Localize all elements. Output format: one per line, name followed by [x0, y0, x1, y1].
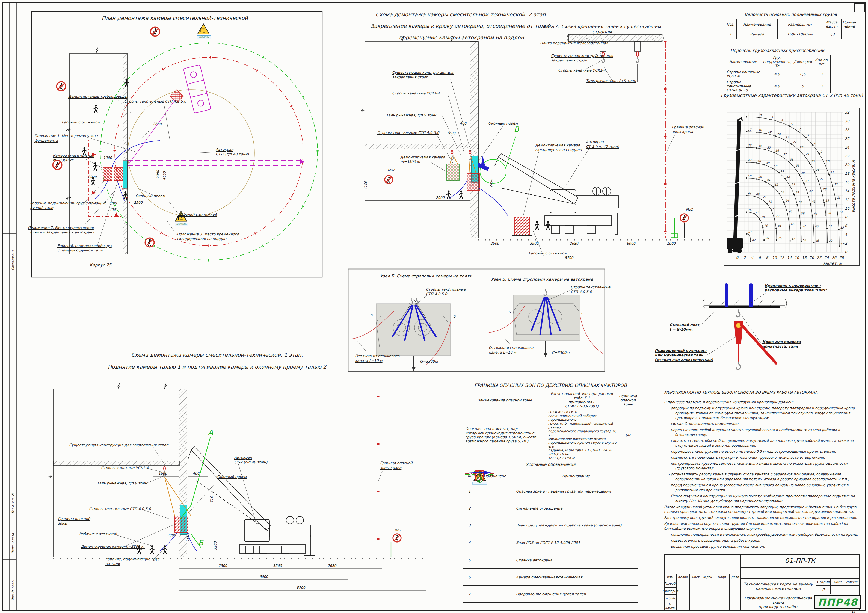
svg-text:28: 28: [823, 188, 827, 191]
svg-text:12: 12: [834, 183, 838, 186]
svg-text:57: 57: [802, 225, 806, 227]
warn-plate-text: ОСТОРОЖНО! РАБОТАЕТ КРАН: [197, 36, 211, 39]
stamp-col: Колич.: [677, 574, 690, 580]
dim: 2880: [153, 122, 162, 126]
svg-text:78: 78: [761, 216, 765, 219]
safety-item: останавливать работу крана в случаях схо…: [664, 472, 859, 482]
table-row: Поз. Наименование Размеры, мм Масса ед.,…: [724, 19, 857, 29]
legend-symbol-noped: [476, 517, 514, 534]
svg-text:74: 74: [777, 225, 781, 228]
dim: 1000: [185, 533, 189, 542]
uzelA-tal: Таль рычажная, г/п 9 тонн: [586, 79, 636, 83]
svg-text:52: 52: [786, 175, 790, 178]
s1-boundR: Граница опасной зоны крана: [380, 461, 412, 470]
cell: Знак РОЗ по ГОСТ Р 12.4.026-2001: [514, 534, 638, 552]
uzelA-plate: Плита перекрытия железобетонная: [540, 41, 608, 46]
svg-text:18: 18: [845, 171, 850, 175]
svg-text:4: 4: [845, 233, 847, 237]
cell: 5: [792, 79, 813, 93]
svg-text:71: 71: [768, 200, 772, 203]
dim: 5200: [213, 542, 217, 550]
svg-text:0: 0: [845, 250, 848, 254]
safety-intro: В процессе подъема и перемещения констру…: [664, 400, 859, 405]
schema1-title1: Схема демонтажа камеры смесительной-техн…: [109, 352, 325, 358]
legend-symbol-arrow: [476, 586, 514, 603]
table-row: 1 Камера 1500х1000мм 3,3: [724, 29, 857, 39]
stamp-row: Гл.спец.: [664, 595, 677, 602]
svg-text:76: 76: [748, 209, 752, 212]
svg-text:12: 12: [780, 256, 784, 260]
label-window: Оконный проем: [135, 194, 165, 199]
ppr48-logo: ППР48: [814, 595, 862, 610]
cell: 6м: [618, 409, 638, 461]
label-boundary2: Граница опасной зоны крана: [672, 125, 704, 134]
svg-text:82: 82: [752, 238, 755, 241]
safety-title: МЕРОПРИЯТИЯ ПО ТЕХНИКЕ БЕЗОПАСНОСТИ ВО В…: [664, 390, 859, 396]
table-row: 4 Знак РОЗ по ГОСТ Р 12.4.026-2001: [463, 534, 639, 552]
label-pos2: Положение 2. Место перемещения талями и …: [28, 225, 94, 234]
svg-text:26: 26: [816, 168, 820, 171]
legend-symbol-warn: [476, 534, 514, 552]
uzelA-title: Узел А. Схема крепления талей к существу…: [541, 24, 663, 34]
svg-text:16: 16: [795, 256, 800, 260]
schema2-drawing: [360, 36, 710, 260]
svg-text:28: 28: [839, 256, 844, 260]
svg-text:55: 55: [799, 201, 802, 204]
s1-wlift: Рабочие, поднимающие груз на тали: [105, 557, 160, 566]
svg-text:2: 2: [760, 114, 762, 117]
hilti-hoist: Подвешенный полиспаст или механическая т…: [655, 348, 713, 362]
side-label-agreed: Согласовано: [11, 240, 15, 270]
uzelB-g: G=3300кг: [420, 359, 439, 364]
svg-text:45: 45: [815, 225, 818, 228]
label-tal: Таль рычажная, г/п 9 тонн: [386, 113, 436, 118]
cell: Стропы канатные УСК1-4: [724, 69, 762, 79]
svg-text:30: 30: [845, 119, 850, 123]
uzelB-title: Узел Б. Схема строповки камеры на талях: [358, 273, 494, 278]
dim: 2000: [436, 196, 445, 200]
danger-title: ГРАНИЦЫ ОПАСНЫХ ЗОН ПО ДЕЙСТВИЮ ОПАСНЫХ …: [463, 380, 639, 391]
hilti-hook: Крюк для подвеса полиспаста, тали: [762, 340, 801, 349]
svg-text:6: 6: [845, 224, 848, 228]
safety-item2: недостаточного освещения места работы кр…: [664, 538, 859, 543]
svg-text:46: 46: [815, 239, 819, 242]
svg-text:51: 51: [780, 169, 784, 172]
legend-symbol-fence: [476, 500, 514, 517]
label-worker-guy-s2: Рабочий с оттяжкой: [529, 251, 567, 256]
stamp-grid: [677, 580, 690, 610]
stamp-doc-title: Технологическая карта на замену камеры с…: [741, 578, 816, 594]
svg-text:8: 8: [814, 141, 816, 144]
svg-text:14: 14: [839, 211, 843, 214]
cell: L03= a\2+b+x, м где a -наименьший габари…: [546, 409, 618, 461]
svg-text:80: 80: [765, 236, 769, 239]
svg-text:10: 10: [845, 206, 850, 211]
svg-text:22: 22: [845, 154, 849, 158]
side-label-podp: Подп. и дата: [11, 524, 15, 554]
uzelV-g: G=3300кг: [552, 351, 570, 355]
svg-text:56: 56: [801, 212, 804, 215]
dim: 1000: [103, 156, 112, 160]
dim: 4000: [163, 171, 167, 180]
stamp-h-list: Лист: [831, 578, 845, 585]
cell: Стропы текстильные СТП-4.0-5.0: [724, 79, 762, 93]
svg-text:44: 44: [814, 212, 817, 215]
safety-item2: внезапная просадки грунта основания под …: [664, 544, 859, 549]
svg-text:6: 6: [758, 256, 761, 260]
label-worker-hoist2: Рабочий, поднимающий груз с помощью ручн…: [57, 244, 112, 253]
svg-text:высота подъема крюка, м: высота подъема крюка, м: [851, 160, 856, 213]
svg-text:79: 79: [764, 224, 768, 227]
svg-text:37: 37: [783, 153, 787, 156]
dim: 2490: [489, 179, 493, 188]
svg-text:18: 18: [758, 129, 762, 132]
hilti-sheet: Стальной лист t = 8-10мм.: [670, 323, 699, 332]
label-usk: Стропы канатные УСК1-4: [392, 91, 440, 96]
uzelB-guy: Оттяжка из пенькового каната L=10 м: [355, 354, 400, 363]
svg-text:24: 24: [824, 256, 829, 260]
s1-window: Оконный проем: [217, 475, 246, 479]
s1-tal: Таль рычажная, г/п 9 тонн: [97, 481, 147, 486]
svg-text:13: 13: [837, 196, 840, 199]
cell: 0,5: [792, 69, 813, 79]
dim: 1680: [158, 471, 167, 475]
stamp-h-listov: Листов: [845, 578, 860, 585]
schema2-title1: Схема демонтажа камеры смесительной-техн…: [347, 11, 576, 17]
svg-text:67: 67: [792, 237, 795, 240]
